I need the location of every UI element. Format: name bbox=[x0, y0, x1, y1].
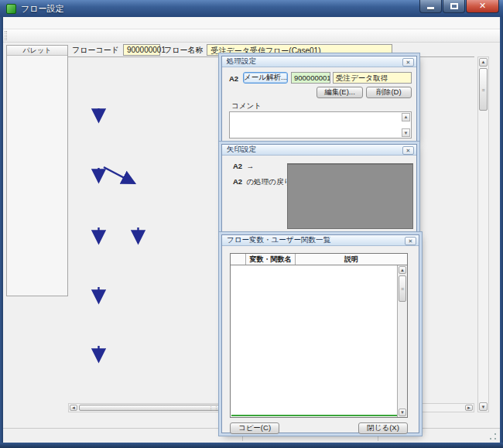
app-icon bbox=[6, 4, 16, 14]
arrow-condition-table bbox=[287, 163, 413, 229]
application-window: フロー設定 ✕ フローコード 900000001 フロー名称 受注データ受信フロ… bbox=[0, 0, 503, 448]
maximize-icon bbox=[450, 3, 458, 9]
scroll-left-icon[interactable]: ◄ bbox=[70, 405, 77, 411]
arrow-dialog-title-text: 矢印設定 bbox=[227, 145, 256, 155]
toolbar bbox=[3, 29, 500, 43]
vars-close-button[interactable]: 閉じる(X) bbox=[358, 422, 408, 434]
copy-button[interactable]: コピー(C) bbox=[230, 422, 279, 434]
title-bar: フロー設定 ✕ bbox=[0, 0, 503, 17]
num-column-header bbox=[231, 254, 246, 265]
process-code-field[interactable]: 900000001 bbox=[291, 72, 330, 84]
process-name-field[interactable]: 受注データ取得 bbox=[333, 72, 412, 84]
window-border bbox=[0, 443, 503, 448]
window-title: フロー設定 bbox=[21, 3, 64, 15]
vars-scroll-thumb[interactable]: ≡ bbox=[399, 275, 406, 302]
arrow-dialog-title: 矢印設定 ✕ bbox=[222, 145, 416, 156]
maximize-button[interactable] bbox=[443, 0, 465, 13]
flow-variables-dialog: フロー変数・ユーザー関数一覧 ✕ 変数・関数名 説明 ▲ ≡ ▼ コピー(C) … bbox=[221, 234, 419, 433]
minimize-icon bbox=[427, 7, 434, 9]
comment-label: コメント bbox=[231, 101, 262, 111]
scroll-down-icon[interactable]: ▼ bbox=[402, 128, 410, 137]
resize-grip-icon[interactable] bbox=[489, 433, 497, 440]
process-dialog-close-icon[interactable]: ✕ bbox=[402, 58, 414, 67]
scroll-up-icon[interactable]: ▲ bbox=[479, 58, 488, 67]
flow-code-field[interactable]: 900000001 bbox=[123, 44, 160, 56]
comment-textarea[interactable]: ▲ ▼ bbox=[229, 111, 412, 139]
table-bottom-line bbox=[231, 415, 397, 416]
palette-title: パレット bbox=[7, 46, 67, 56]
variables-scrollbar[interactable]: ▲ ≡ ▼ bbox=[397, 265, 407, 417]
flow-header: フローコード 900000001 フロー名称 受注データ受信フロー(Case01… bbox=[68, 43, 392, 56]
toolbar-handle bbox=[5, 31, 7, 40]
vertical-scroll-thumb[interactable]: ≡ bbox=[479, 68, 488, 111]
flow-name-field[interactable]: 受注データ受信フロー(Case01) bbox=[207, 44, 392, 56]
window-border bbox=[0, 17, 3, 444]
scroll-up-icon[interactable]: ▲ bbox=[402, 113, 410, 121]
process-dialog-title-text: 処理設定 bbox=[227, 56, 256, 67]
process-cell-label: A2 bbox=[229, 74, 238, 83]
vars-dialog-title-text: フロー変数・ユーザー関数一覧 bbox=[227, 235, 330, 245]
close-icon: ✕ bbox=[467, 1, 498, 11]
close-button[interactable]: ✕ bbox=[466, 0, 499, 13]
menu-bar bbox=[3, 17, 500, 29]
scroll-down-icon[interactable]: ▼ bbox=[399, 409, 406, 416]
vars-dialog-close-icon[interactable]: ✕ bbox=[405, 237, 416, 245]
process-settings-dialog: 処理設定 ✕ A2 メール解析... 900000001 受注データ取得 編集(… bbox=[221, 56, 417, 142]
variables-table: 変数・関数名 説明 ▲ ≡ ▼ bbox=[230, 253, 408, 418]
canvas-vertical-scrollbar[interactable]: ▲ ≡ ▼ bbox=[477, 56, 489, 412]
edit-button[interactable]: 編集(E)... bbox=[317, 87, 363, 98]
scroll-down-icon[interactable]: ▼ bbox=[479, 402, 488, 411]
arrow-source-label: A2 → bbox=[233, 162, 254, 170]
name-column-header: 変数・関数名 bbox=[246, 254, 296, 265]
minimize-button[interactable] bbox=[419, 0, 442, 13]
process-dialog-title: 処理設定 ✕ bbox=[222, 56, 416, 67]
scroll-up-icon[interactable]: ▲ bbox=[399, 266, 406, 274]
flow-code-label: フローコード bbox=[72, 45, 119, 56]
delete-button[interactable]: 削除(D) bbox=[366, 87, 412, 98]
arrow-dialog-close-icon[interactable]: ✕ bbox=[402, 146, 414, 155]
process-type-button[interactable]: メール解析... bbox=[243, 72, 288, 84]
palette-panel: パレット bbox=[6, 45, 68, 296]
flow-name-label: フロー名称 bbox=[164, 45, 203, 56]
window-border bbox=[500, 17, 503, 444]
desc-column-header: 説明 bbox=[296, 254, 407, 265]
vars-dialog-title: フロー変数・ユーザー関数一覧 ✕ bbox=[222, 235, 419, 246]
scroll-right-icon[interactable]: ► bbox=[465, 405, 473, 411]
arrow-settings-dialog: 矢印設定 ✕ A2 → A2 の処理の戻り値 bbox=[221, 144, 417, 234]
